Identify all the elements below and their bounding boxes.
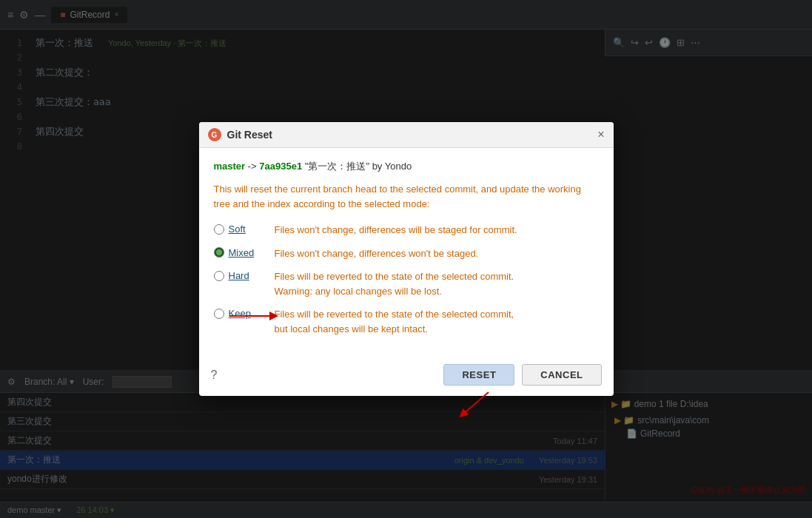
ide-background: ≡ ⚙ — ■ GitRecord × 1 第一次：推送 Yondo, Yest… [0,0,812,518]
option-desc-soft: Files won't change, differences will be … [275,223,517,238]
git-reset-dialog: G Git Reset × master -> 7aa935e1 "第一次：推送… [199,122,614,396]
option-label-soft[interactable]: Soft [214,223,266,235]
option-row-keep: Keep Files will be reverted to the state… [214,307,599,336]
option-label-keep[interactable]: Keep [214,308,266,319]
dialog-title-bar: G Git Reset × [199,122,614,148]
cancel-button[interactable]: CANCEL [522,364,601,386]
warning-text: This will reset the current branch head … [214,182,599,211]
option-desc-mixed: Files won't change, differences won't be… [275,246,479,261]
help-button[interactable]: ? [211,369,218,382]
option-radio-hard[interactable] [214,271,224,281]
reset-button[interactable]: RESET [443,364,514,386]
option-radio-soft[interactable] [214,224,224,235]
option-name-soft[interactable]: Soft [229,223,246,235]
commit-hash-text: 7aa935e1 [259,161,302,172]
option-radio-mixed[interactable] [214,247,224,258]
dialog-close-btn[interactable]: × [597,129,604,141]
option-radio-keep[interactable] [214,309,224,319]
arrow-text: -> [248,161,260,172]
dialog-body: master -> 7aa935e1 "第一次：推送" by Yondo Thi… [199,148,614,357]
branch-name-text: master [214,161,246,172]
commit-info-line: master -> 7aa935e1 "第一次：推送" by Yondo [214,160,599,173]
option-row-soft: Soft Files won't change, differences wil… [214,223,599,238]
option-name-hard[interactable]: Hard [229,270,249,281]
option-name-mixed[interactable]: Mixed [229,247,255,258]
option-desc-keep: Files will be reverted to the state of t… [275,307,514,336]
option-label-mixed[interactable]: Mixed [214,247,266,258]
option-desc-hard: Files will be reverted to the state of t… [275,269,514,298]
option-row-hard: Hard Files will be reverted to the state… [214,269,599,298]
dialog-title: Git Reset [227,129,592,141]
option-label-hard[interactable]: Hard [214,270,266,281]
modal-overlay: G Git Reset × master -> 7aa935e1 "第一次：推送… [0,0,812,518]
dialog-footer: ? RESET CANCEL [199,357,614,396]
reset-options: Soft Files won't change, differences wil… [214,223,599,336]
commit-author-text: by Yondo [372,161,412,172]
dialog-title-icon: G [208,128,221,141]
git-icon-symbol: G [212,131,218,139]
option-row-mixed: Mixed Files won't change, differences wo… [214,246,599,261]
option-name-keep[interactable]: Keep [229,308,251,319]
commit-message-text: "第一次：推送" [305,161,372,172]
